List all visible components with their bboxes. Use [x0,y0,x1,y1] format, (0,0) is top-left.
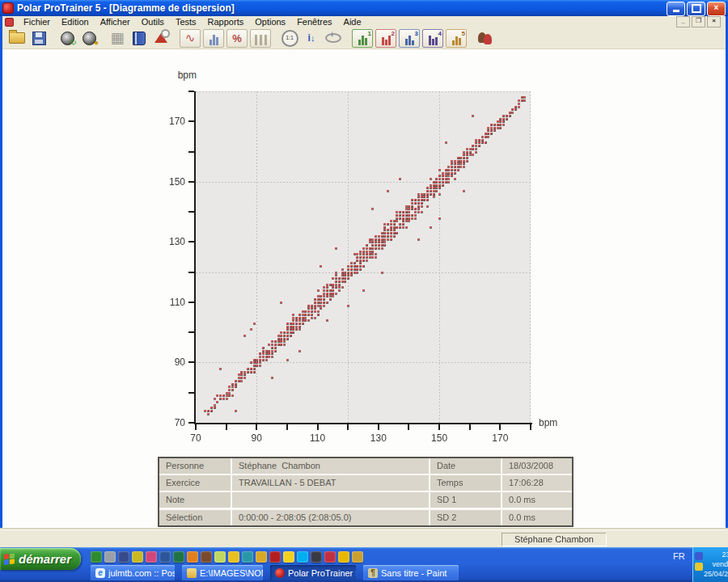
menu-bar: Fichier Edition Afficher Outils Tests Ra… [2,16,726,28]
polar-icon [275,568,285,578]
bar-graph-button[interactable] [203,29,224,48]
row-value: 18/03/2008 [502,458,572,474]
folder-open-icon[interactable] [352,551,363,563]
steam-icon[interactable] [311,551,322,563]
watch-sync-icon[interactable]: ↻ [57,29,77,47]
messenger-icon[interactable] [297,551,308,563]
excel-icon[interactable] [173,551,184,563]
clock-time: 23:33 [722,550,728,559]
persons-icon[interactable] [476,29,495,47]
table-row: Personne Stéphane Chambon Date 18/03/200… [159,458,572,474]
lightning-icon[interactable] [283,551,294,563]
star-icon[interactable] [338,551,349,563]
child-restore-button[interactable]: ❐ [692,16,705,27]
info-marker-icon[interactable]: i↓ [302,29,321,47]
language-indicator[interactable]: FR [673,551,685,561]
warning-icon[interactable] [228,551,239,563]
menu-fichier[interactable]: Fichier [18,16,56,27]
menu-aide[interactable]: Aide [338,16,367,27]
lap-marker-icon[interactable]: ↓ [324,29,343,47]
menu-rapports[interactable]: Rapports [202,16,250,27]
row-label: Date [430,458,501,474]
winamp-icon[interactable] [214,551,226,563]
row-label: SD 1 [430,492,501,508]
row-value: 0.0 ms [502,492,572,508]
task-button-paint[interactable]: ¶ Sans titre - Paint [363,565,459,580]
document-icon [5,18,14,27]
menu-edition[interactable]: Edition [56,16,95,27]
tray-icon-display[interactable] [695,552,703,560]
child-close-button[interactable]: × [707,16,721,27]
row-label: Personne [159,458,231,474]
row-value: 0.0 ms [502,510,572,525]
table-row: Exercice TRAVAILLAN - 5 DEBAT Temps 17:0… [159,475,572,491]
task-buttons: e julmtb.com :: Poster ... E:\IMAGES\NON… [91,565,459,580]
toolbar: ↻ ● ▦ ∿ % 1:1 i↓ ↓ 1 2 3 4 5 [2,27,726,49]
menu-options[interactable]: Options [249,16,291,27]
row-value: 17:06:28 [502,475,572,491]
window-title: Polar ProTrainer 5 - [Diagramme de dispe… [17,2,235,14]
media-icon[interactable] [201,551,212,563]
restore-button[interactable] [687,2,705,16]
exercise-zoom-icon[interactable] [151,29,171,47]
paint-icon: ¶ [368,568,378,578]
distribution-graph-button[interactable] [250,29,271,48]
menu-fenetres[interactable]: Fenêtres [291,16,337,27]
ball-pink-icon[interactable] [146,551,157,563]
row-value [232,492,429,508]
heart-icon[interactable] [324,551,336,563]
quick-launch [91,551,363,563]
start-label: démarrer [19,552,71,566]
antivirus-shield-icon[interactable] [91,551,102,563]
watch-export-icon[interactable]: ● [79,29,99,47]
folder-icon[interactable] [256,551,267,563]
taskbar: démarrer e julmtb.com :: Poster ... E:\I… [0,547,728,582]
menu-afficher[interactable]: Afficher [95,16,136,27]
open-exercise-icon[interactable] [7,29,27,47]
start-button[interactable]: démarrer [0,548,81,570]
minimize-button[interactable] [667,2,685,16]
title-bar[interactable]: Polar ProTrainer 5 - [Diagramme de dispe… [0,0,728,16]
taskbar-clock[interactable]: 23:33 vendredi 25/04/2008 [704,547,728,582]
row-label: Sélection [159,510,231,525]
row-label: Note [159,492,231,508]
graph-view-2-button[interactable]: 2 [375,29,396,48]
task-button-browser[interactable]: e julmtb.com :: Poster ... [91,565,175,580]
task-button-explorer[interactable]: E:\IMAGES\NON SAV [182,565,263,580]
curve-graph-button[interactable]: ∿ [180,29,201,48]
table-row: Note SD 1 0.0 ms [159,492,572,508]
globe-icon[interactable] [242,551,253,563]
calendar-icon[interactable]: ▦ [108,29,127,47]
book-icon[interactable] [118,551,129,563]
percent-graph-button[interactable]: % [226,29,248,48]
menu-outils[interactable]: Outils [136,16,170,27]
scatter-plot[interactable] [146,63,566,451]
status-user: Stéphane Chambon [502,533,607,546]
folder-icon [187,568,197,578]
task-label: Sans titre - Paint [381,568,447,578]
graph-view-1-button[interactable]: 1 [352,29,373,48]
keys-icon[interactable] [132,551,143,563]
save-icon[interactable] [29,29,49,47]
task-button-protrainer[interactable]: Polar ProTrainer 5 - [... [270,565,356,580]
orange-app-icon[interactable] [187,551,198,563]
row-label: Exercice [159,475,231,491]
graph-view-5-button[interactable]: 5 [446,29,467,48]
tray-icon-tablet[interactable] [695,563,703,571]
graph-view-4-button[interactable]: 4 [422,29,443,48]
task-label: julmtb.com :: Poster ... [108,568,175,578]
diary-icon[interactable] [129,29,149,47]
zoom-1to1-icon[interactable]: 1:1 [280,29,299,47]
notepad-icon[interactable] [104,551,116,563]
exercise-info-table: Personne Stéphane Chambon Date 18/03/200… [158,457,574,527]
graph-view-3-button[interactable]: 3 [399,29,420,48]
app-icon [2,2,14,14]
task-label: Polar ProTrainer 5 - [... [288,568,356,578]
row-label: SD 2 [430,510,501,525]
menu-tests[interactable]: Tests [170,16,202,27]
ball-red-icon[interactable] [269,551,281,563]
internet-explorer-icon: e [95,568,105,578]
child-minimize-button[interactable]: _ [676,16,690,27]
close-button[interactable]: × [707,2,726,16]
word-icon[interactable] [159,551,171,563]
